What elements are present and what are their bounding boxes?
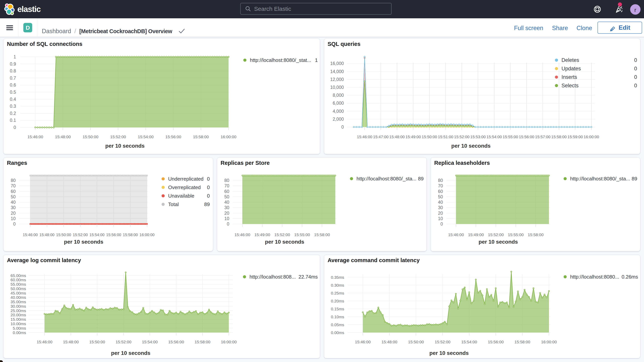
svg-text:20: 20	[224, 211, 229, 216]
svg-text:15:52:00: 15:52:00	[454, 134, 470, 139]
svg-text:Deletes: Deletes	[562, 57, 579, 63]
svg-text:12,000: 12,000	[330, 77, 344, 82]
svg-text:5.00ms: 5.00ms	[13, 326, 26, 330]
svg-text:0.10ms: 0.10ms	[331, 314, 344, 319]
svg-text:1: 1	[14, 54, 16, 59]
svg-text:40: 40	[224, 200, 229, 205]
svg-text:40: 40	[10, 200, 16, 205]
svg-text:15:52:00: 15:52:00	[110, 134, 126, 139]
svg-text:16:00:00: 16:00:00	[140, 233, 155, 237]
svg-text:0.4: 0.4	[10, 97, 16, 102]
svg-text:0.3: 0.3	[10, 104, 16, 109]
svg-text:45.00ms: 45.00ms	[10, 291, 26, 295]
svg-text:15:47:00: 15:47:00	[373, 134, 388, 139]
svg-text:60.00ms: 60.00ms	[10, 278, 26, 282]
svg-text:16:00:00: 16:00:00	[221, 340, 237, 344]
svg-text:16:00:00: 16:00:00	[220, 134, 236, 139]
svg-text:0.6: 0.6	[10, 82, 16, 88]
svg-text:10: 10	[10, 216, 16, 221]
svg-text:0.1: 0.1	[10, 118, 16, 123]
svg-text:70: 70	[10, 183, 16, 188]
svg-text:0.26ms: 0.26ms	[622, 274, 638, 280]
svg-text:http://localhost:8080/_sta...: http://localhost:8080/_sta...	[356, 176, 416, 182]
svg-text:0.9: 0.9	[10, 62, 16, 66]
svg-text:15:50:00: 15:50:00	[82, 134, 98, 139]
svg-text:http://localhost:8080/_sta...: http://localhost:8080/_sta...	[570, 176, 630, 182]
svg-text:15:54:00: 15:54:00	[461, 340, 477, 344]
svg-text:15:46:00: 15:46:00	[37, 340, 52, 344]
svg-text:0: 0	[634, 66, 637, 72]
svg-text:0: 0	[14, 125, 16, 130]
svg-text:14,000: 14,000	[330, 69, 344, 74]
svg-text:16,000: 16,000	[330, 61, 344, 66]
svg-text:10.00ms: 10.00ms	[10, 322, 26, 326]
svg-text:0: 0	[207, 176, 210, 182]
svg-text:15:48:00: 15:48:00	[389, 134, 405, 139]
svg-text:15:58:00: 15:58:00	[194, 340, 210, 344]
svg-text:89: 89	[204, 202, 210, 207]
svg-text:per 10 seconds: per 10 seconds	[111, 350, 150, 356]
svg-text:20: 20	[438, 211, 443, 216]
svg-text:15:50:00: 15:50:00	[89, 340, 105, 344]
svg-text:30: 30	[224, 205, 229, 210]
svg-text:30.00ms: 30.00ms	[10, 304, 26, 308]
svg-text:1: 1	[315, 57, 318, 63]
svg-text:Underreplicated: Underreplicated	[168, 176, 204, 182]
svg-text:80: 80	[438, 178, 443, 183]
svg-text:60: 60	[438, 189, 443, 194]
svg-text:per 10 seconds: per 10 seconds	[64, 239, 103, 245]
svg-text:15:53:00: 15:53:00	[470, 134, 486, 139]
svg-text:10,000: 10,000	[330, 85, 344, 90]
svg-text:70: 70	[438, 183, 443, 188]
svg-text:15:46:00: 15:46:00	[234, 232, 250, 237]
svg-text:65.00ms: 65.00ms	[10, 273, 26, 278]
svg-text:0: 0	[207, 193, 210, 199]
svg-text:0.15ms: 0.15ms	[331, 307, 344, 311]
svg-text:15:54:00: 15:54:00	[90, 233, 104, 237]
svg-text:Updates: Updates	[562, 66, 581, 72]
svg-text:15:49:00: 15:49:00	[254, 232, 270, 237]
svg-text:6,000: 6,000	[332, 100, 344, 106]
svg-text:40.00ms: 40.00ms	[10, 295, 26, 300]
svg-text:60: 60	[224, 189, 229, 194]
svg-text:15:56:00: 15:56:00	[106, 233, 121, 237]
svg-text:15:54:00: 15:54:00	[486, 134, 502, 139]
svg-text:15:59:00: 15:59:00	[568, 134, 583, 139]
svg-text:80: 80	[10, 178, 16, 183]
svg-text:http://localhost:808...: http://localhost:808...	[250, 274, 296, 280]
svg-text:22.74ms: 22.74ms	[298, 274, 318, 280]
svg-text:0.8: 0.8	[10, 68, 16, 74]
svg-text:15:49:00: 15:49:00	[406, 134, 421, 139]
svg-text:per 10 seconds: per 10 seconds	[478, 239, 518, 245]
svg-text:15:46:00: 15:46:00	[355, 340, 371, 344]
svg-text:60: 60	[10, 189, 16, 194]
svg-text:25.00ms: 25.00ms	[10, 308, 26, 313]
svg-text:50: 50	[10, 194, 16, 199]
svg-text:16:00:00: 16:00:00	[541, 340, 557, 344]
svg-text:15:48:00: 15:48:00	[55, 134, 71, 139]
svg-text:0: 0	[634, 74, 637, 80]
svg-text:0: 0	[634, 83, 637, 88]
svg-text:0.00ms: 0.00ms	[331, 330, 344, 335]
svg-text:15:56:00: 15:56:00	[488, 340, 504, 344]
svg-text:0: 0	[13, 222, 16, 226]
svg-text:0: 0	[634, 57, 637, 63]
svg-text:15:56:00: 15:56:00	[166, 134, 181, 139]
svg-text:Overreplicated: Overreplicated	[168, 184, 201, 190]
svg-text:0.20ms: 0.20ms	[331, 299, 344, 303]
svg-text:15:55:00: 15:55:00	[508, 232, 524, 237]
svg-text:15:46:00: 15:46:00	[23, 233, 38, 237]
svg-text:15:50:00: 15:50:00	[56, 233, 71, 237]
svg-text:Total: Total	[168, 202, 179, 207]
svg-text:per 10 seconds: per 10 seconds	[105, 143, 144, 149]
svg-text:per 10 seconds: per 10 seconds	[452, 143, 491, 149]
svg-text:15:52:00: 15:52:00	[274, 232, 290, 237]
svg-text:20: 20	[10, 211, 16, 216]
svg-text:70: 70	[224, 183, 229, 188]
svg-text:20.00ms: 20.00ms	[10, 313, 26, 317]
svg-text:Selects: Selects	[562, 83, 579, 88]
svg-text:30: 30	[10, 205, 16, 210]
svg-text:15:48:00: 15:48:00	[40, 233, 54, 237]
svg-text:80: 80	[224, 178, 229, 183]
svg-text:0: 0	[440, 222, 443, 226]
